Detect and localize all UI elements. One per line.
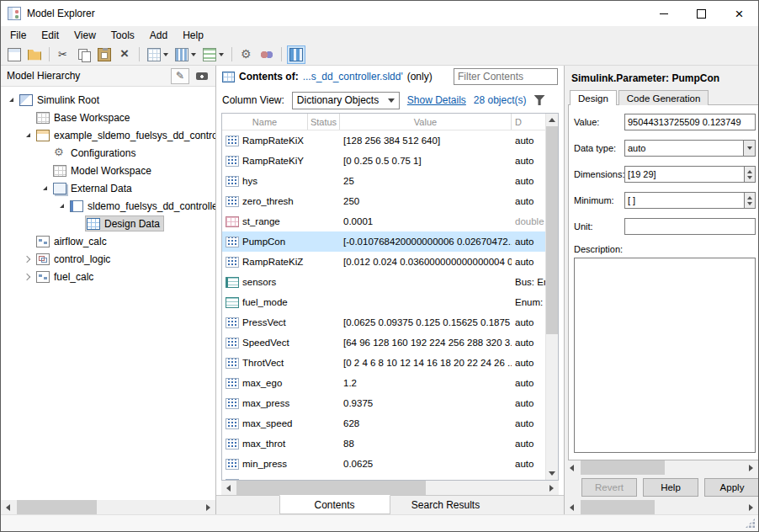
tree-item-airflow-calc[interactable]: airflow_calc <box>1 232 215 250</box>
unit-input[interactable] <box>624 218 756 235</box>
show-details-link[interactable]: Show Details <box>407 94 466 106</box>
scroll-down-icon[interactable] <box>546 467 558 480</box>
new-model-button[interactable] <box>5 45 24 64</box>
tree-collapsed-icon[interactable] <box>21 250 34 268</box>
tree-item-sldemo-fuelsys-dd-controller[interactable]: sldemo_fuelsys_dd_controller <box>1 197 215 215</box>
table-row-rampratekiz[interactable]: RampRateKiZ[0.012 0.024 0.03600000000000… <box>222 252 545 272</box>
scroll-right-icon[interactable] <box>201 500 215 514</box>
minimum-input[interactable] <box>624 192 745 209</box>
scroll-track[interactable] <box>579 460 744 475</box>
tree-item-example-sldemo-fuelsys-dd-controller[interactable]: example_sldemo_fuelsys_dd_controller <box>1 126 215 144</box>
menu-view[interactable]: View <box>66 28 104 43</box>
dialog-pane-button[interactable] <box>287 45 305 64</box>
filter-contents-input[interactable] <box>454 68 558 85</box>
apply-button[interactable]: Apply <box>704 478 758 497</box>
column-view-select[interactable]: Dictionary Objects <box>292 92 400 109</box>
dropdown-arrow-icon[interactable] <box>191 53 196 56</box>
camera-icon[interactable] <box>193 68 211 84</box>
maximize-button[interactable] <box>682 1 720 26</box>
menu-add[interactable]: Add <box>142 28 175 43</box>
table-row-max-press[interactable]: max_press0.9375auto <box>222 393 545 413</box>
minimize-button[interactable] <box>645 1 682 26</box>
table-row-max-ego[interactable]: max_ego1.2auto <box>222 373 545 393</box>
tree-item-design-data[interactable]: Design Data <box>1 215 215 232</box>
scroll-thumb[interactable] <box>581 500 655 514</box>
tree-item-simulink-root[interactable]: Simulink Root <box>1 91 215 109</box>
table-row-sensors[interactable]: sensorsBus: En... <box>222 272 545 292</box>
menu-help[interactable]: Help <box>175 28 211 43</box>
column-header-status[interactable]: Status <box>308 114 340 130</box>
scroll-thumb[interactable] <box>546 126 558 334</box>
table-row-min-press[interactable]: min_press0.0625auto <box>222 454 545 474</box>
sort-button[interactable] <box>200 45 226 64</box>
scroll-up-icon[interactable] <box>546 114 558 126</box>
tree-item-external-data[interactable]: External Data <box>1 179 215 197</box>
column-header-d[interactable]: D <box>512 114 545 130</box>
table-row-rampratekiy[interactable]: RampRateKiY[0 0.25 0.5 0.75 1]auto <box>222 151 545 171</box>
minimum-stepper[interactable] <box>745 192 756 209</box>
table-row-fuel-mode[interactable]: fuel_modeEnum: s... <box>222 292 545 312</box>
scroll-right-icon[interactable] <box>744 460 758 475</box>
dimensions-stepper[interactable] <box>745 166 756 183</box>
data-type-input[interactable] <box>624 140 744 157</box>
table-row-st-range[interactable]: st_range0.0001double <box>222 211 545 231</box>
table-row-throtvect[interactable]: ThrotVect[0 2 4 6 8 10 12 14 16 18 20 22… <box>222 353 545 373</box>
tree-item-control-logic[interactable]: control_logic <box>1 250 215 268</box>
scroll-left-icon[interactable] <box>221 481 236 495</box>
open-folder-button[interactable] <box>25 45 44 64</box>
view-columns-button[interactable] <box>172 45 199 64</box>
value-input[interactable] <box>624 114 756 130</box>
resize-grip[interactable] <box>745 518 756 529</box>
menu-file[interactable]: File <box>3 28 34 43</box>
delete-button[interactable] <box>115 45 134 64</box>
copy-button[interactable] <box>75 45 93 64</box>
help-button[interactable]: Help <box>643 478 698 497</box>
add-object-button[interactable] <box>145 45 171 64</box>
tree-item-base-workspace[interactable]: Base Workspace <box>1 109 215 126</box>
tab-design[interactable]: Design <box>570 90 617 105</box>
cut-button[interactable] <box>55 45 73 64</box>
scroll-left-icon[interactable] <box>565 460 579 475</box>
contents-hscrollbar[interactable] <box>221 481 559 495</box>
filter-funnel-icon[interactable] <box>534 95 545 105</box>
scroll-thumb[interactable] <box>581 460 665 475</box>
dialog-hscrollbar[interactable] <box>565 460 758 475</box>
table-row-min-throt[interactable]: min_throt <box>222 474 545 480</box>
scroll-track[interactable] <box>236 481 544 495</box>
dialog-pane-hscrollbar[interactable] <box>565 500 758 514</box>
scroll-left-icon[interactable] <box>1 500 15 514</box>
table-row-pumpcon[interactable]: PumpCon[-0.010768420000000006 0.02670472… <box>222 231 545 252</box>
scroll-thumb[interactable] <box>17 500 97 514</box>
tree-expanded-icon[interactable] <box>38 179 51 197</box>
revert-button[interactable]: Revert <box>581 478 637 497</box>
scroll-left-icon[interactable] <box>565 500 579 514</box>
scroll-thumb[interactable] <box>236 481 426 495</box>
tree-item-fuel-calc[interactable]: fuel_calc <box>1 268 215 285</box>
tree-item-configurations[interactable]: Configurations <box>1 144 215 162</box>
tree-item-model-workspace[interactable]: Model Workspace <box>1 162 215 179</box>
dropdown-arrow-icon[interactable] <box>219 53 224 56</box>
scroll-track[interactable] <box>546 126 558 467</box>
tree-expanded-icon[interactable] <box>21 126 34 144</box>
scroll-right-icon[interactable] <box>544 481 559 495</box>
tree-expanded-icon[interactable] <box>55 197 68 215</box>
column-header-value[interactable]: Value <box>340 114 512 130</box>
menu-edit[interactable]: Edit <box>34 28 66 43</box>
scroll-track[interactable] <box>15 500 201 514</box>
contents-vscrollbar[interactable] <box>545 114 558 480</box>
table-row-hys[interactable]: hys25auto <box>222 171 545 191</box>
contents-file-link[interactable]: ...s_dd_controller.sldd' <box>303 71 403 82</box>
scroll-right-icon[interactable] <box>744 500 758 514</box>
options-button[interactable] <box>237 45 256 64</box>
data-type-dropdown-icon[interactable] <box>744 140 756 157</box>
compare-button[interactable] <box>257 45 276 64</box>
dimensions-input[interactable] <box>624 166 745 183</box>
paste-button[interactable] <box>95 45 114 64</box>
table-row-max-speed[interactable]: max_speed628auto <box>222 413 545 434</box>
table-row-zero-thresh[interactable]: zero_thresh250auto <box>222 191 545 211</box>
close-button[interactable] <box>720 1 758 26</box>
tab-contents[interactable]: Contents <box>279 495 390 514</box>
column-header-name[interactable]: Name <box>222 114 308 130</box>
menu-tools[interactable]: Tools <box>104 28 142 43</box>
table-row-speedvect[interactable]: SpeedVect[64 96 128 160 192 224 256 288 … <box>222 332 545 353</box>
